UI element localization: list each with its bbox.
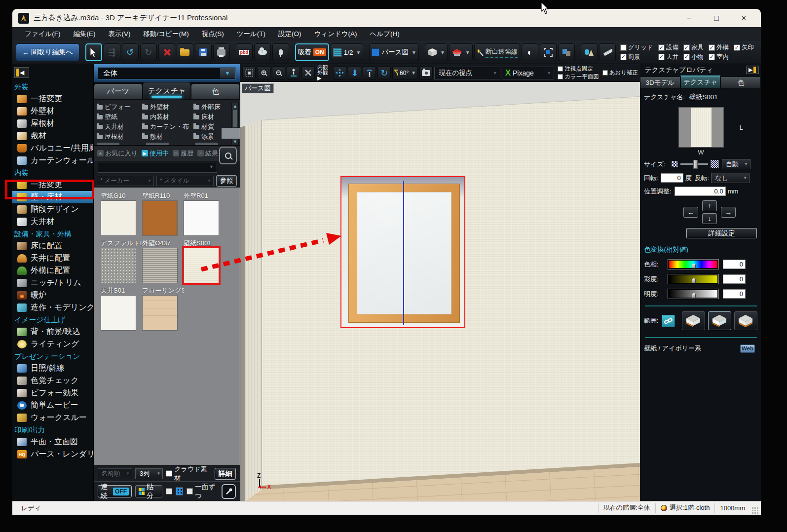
menu-file[interactable]: ファイル(F)	[18, 30, 67, 38]
lightness-input[interactable]	[723, 289, 746, 299]
link-toggle-button[interactable]	[662, 315, 675, 327]
folder-ceiling[interactable]: 天井材	[97, 122, 142, 131]
detail-settings-button[interactable]: 詳細設定	[686, 228, 757, 238]
maker-dropdown[interactable]: * メーカー	[97, 176, 154, 186]
scroll-down-icon[interactable]: ▼	[233, 139, 237, 145]
swatch-item[interactable]: 天井S01	[101, 286, 142, 331]
folder-extfloor[interactable]: 外部床	[193, 103, 226, 112]
menu-window[interactable]: ウィンドウ(A)	[308, 30, 364, 38]
window-frame[interactable]	[348, 184, 460, 323]
toggle-exterior[interactable]: ✓外構	[709, 43, 729, 52]
zoom-out-button[interactable]: −	[272, 66, 285, 80]
swatch-item[interactable]: フローリングS...	[142, 286, 184, 331]
minimize-button[interactable]: −	[687, 14, 691, 23]
style-dropdown[interactable]: * スタイル	[156, 176, 214, 186]
texture-thumb[interactable]	[101, 200, 136, 236]
toggle-furniture[interactable]: ✓家具	[683, 43, 704, 52]
resize-grip[interactable]	[751, 506, 759, 514]
snap-toggle-button[interactable]: 吸着 ON	[295, 43, 329, 61]
folder-before[interactable]: ビフォー	[97, 103, 142, 112]
sidebar-item-easy-movie[interactable]: 簡単ムービー	[12, 399, 93, 412]
eyedropper-button[interactable]	[222, 484, 236, 499]
menu-help[interactable]: ヘルプ(H)	[364, 30, 406, 38]
measure-tool-button[interactable]	[599, 43, 616, 61]
menu-view[interactable]: 表示(V)	[102, 30, 137, 38]
rotate-view-button[interactable]: ↻	[377, 66, 391, 80]
lightness-slider[interactable]	[668, 289, 719, 299]
sidebar-item-roof-material[interactable]: 屋根材	[12, 117, 93, 130]
sidebar-item-batch-exterior[interactable]: 一括変更	[12, 93, 93, 105]
toggle-equipment[interactable]: ✓設備	[658, 43, 678, 52]
saturation-slider[interactable]	[668, 274, 719, 284]
swatch-item[interactable]: 外壁O437	[142, 239, 184, 283]
sidebar-item-niche-trim[interactable]: ニッチ/トリム	[12, 277, 93, 289]
filter-history[interactable]: ◷履歴	[171, 148, 195, 159]
menu-edit[interactable]: 編集(E)	[67, 30, 102, 38]
sidebar-item-curtain-wall[interactable]: カーテンウォール	[12, 154, 93, 167]
select-tool-button[interactable]	[85, 43, 102, 61]
hue-input[interactable]	[723, 260, 746, 269]
range-wall-button[interactable]	[682, 311, 705, 330]
open-file-button[interactable]	[177, 43, 193, 61]
detail-button[interactable]: 詳細	[215, 468, 236, 480]
size-mode-dropdown[interactable]: 自動	[722, 159, 750, 169]
fit-view-button[interactable]	[242, 66, 256, 80]
sidebar-item-exterior-wall[interactable]: 外壁材	[12, 105, 93, 117]
save-button[interactable]	[195, 43, 212, 61]
sidebar-item-lighting[interactable]: ライティング	[12, 338, 93, 350]
texture-thumb-selected[interactable]	[184, 248, 219, 283]
sidebar-item-wall-floor-material[interactable]: 壁・床材	[12, 191, 93, 203]
browse-button[interactable]: 参照	[216, 175, 237, 187]
panel-expand-button[interactable]: ▶	[746, 66, 759, 74]
toggle-grid[interactable]: グリッド	[620, 43, 653, 52]
slider-handle[interactable]	[693, 160, 698, 169]
texture-thumb[interactable]	[184, 200, 219, 236]
line-display-button[interactable]: 断白透強線	[474, 43, 520, 61]
size-slider[interactable]	[672, 159, 719, 169]
roof-display-dropdown[interactable]: ▼	[449, 43, 473, 61]
saturation-input[interactable]	[723, 274, 746, 284]
cloud-material-checkbox[interactable]: クラウド素材	[166, 465, 212, 483]
maximize-button[interactable]: □	[714, 14, 719, 23]
zoom-in-button[interactable]: +	[257, 66, 270, 80]
texture-thumb[interactable]	[142, 248, 178, 283]
view-mode-dropdown[interactable]: パース図 ▼	[369, 43, 419, 61]
tilt-button[interactable]	[363, 66, 376, 80]
grid-scale-dropdown[interactable]: 1/2 ▼	[331, 43, 364, 61]
pan-button[interactable]	[333, 66, 346, 80]
folder-paving[interactable]: 敷材	[142, 132, 193, 141]
scroll-up-icon[interactable]: ▲	[233, 103, 237, 109]
fov-angle-dropdown[interactable]: 60° ▼	[392, 66, 418, 80]
flip-dropdown[interactable]: なし	[711, 173, 750, 183]
position-input[interactable]	[675, 187, 726, 196]
close-button[interactable]: ×	[742, 14, 746, 23]
display-style-dropdown[interactable]: ▼	[425, 43, 448, 61]
move-left-button[interactable]: ←	[683, 207, 698, 218]
viewpoint-dropdown[interactable]: 現在の視点	[434, 67, 500, 79]
view-tools-button[interactable]	[301, 66, 315, 80]
swatch-item[interactable]: 外壁R01	[184, 191, 225, 236]
tab-color[interactable]: 色	[191, 83, 240, 100]
voice-input-button[interactable]	[272, 43, 289, 61]
sidebar-item-batch-interior[interactable]: 一括変更	[12, 179, 93, 191]
tab-color-props[interactable]: 色	[720, 76, 761, 89]
swatch-item[interactable]: 壁紙G10	[101, 191, 142, 236]
web-button[interactable]: Web	[740, 344, 755, 353]
undo-button[interactable]: ↺	[122, 43, 139, 61]
sidebar-item-place-ceiling[interactable]: 天井に配置	[12, 252, 93, 265]
3d-viewport[interactable]: パース図 Z X	[240, 82, 640, 501]
sidebar-item-background[interactable]: 背・前景/映込	[12, 326, 93, 338]
folder-floor[interactable]: 床材	[193, 113, 226, 121]
folder-extwall[interactable]: 外壁材	[142, 103, 193, 112]
grid-paste-checkbox[interactable]	[166, 488, 172, 494]
folder-wallpaper[interactable]: 壁紙	[97, 113, 142, 121]
toggle-ceiling[interactable]: ✓天井	[658, 53, 678, 61]
toggle-foreground[interactable]: ✓前景	[620, 53, 653, 61]
range-floor-button[interactable]	[734, 311, 757, 330]
dolly-button[interactable]: ⬇	[348, 66, 361, 80]
sidebar-item-sunlight[interactable]: 日照/斜線	[12, 362, 93, 375]
swatch-item[interactable]: 壁紙R110	[142, 191, 184, 236]
scope-dropdown[interactable]: 全体 ▼	[98, 67, 236, 79]
multi-select-tool-button[interactable]: ⇶	[104, 43, 120, 61]
move-down-button[interactable]: ↓	[702, 213, 717, 224]
